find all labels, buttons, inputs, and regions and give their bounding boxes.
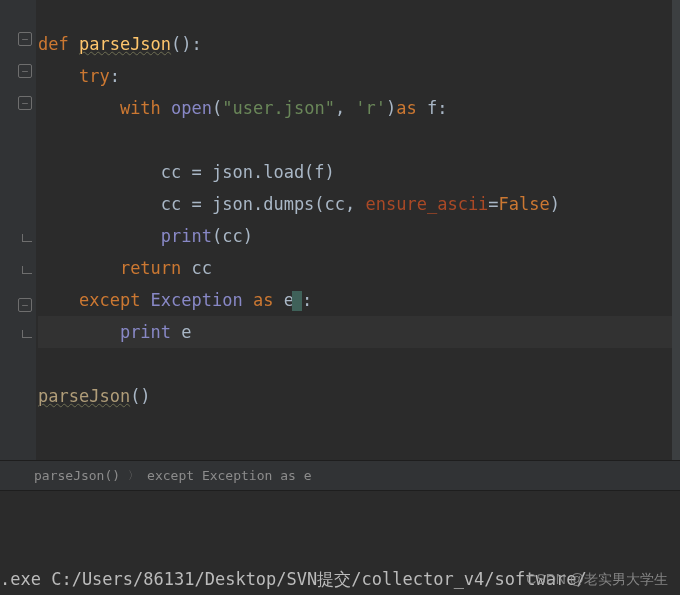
- code-line[interactable]: print(cc): [38, 220, 680, 252]
- keyword-try: try: [79, 66, 110, 86]
- code-line[interactable]: parseJson(): [38, 380, 680, 412]
- fold-end-icon: [22, 330, 32, 338]
- code-line[interactable]: [38, 124, 680, 156]
- keyword-with: with: [120, 98, 171, 118]
- fold-icon[interactable]: [18, 96, 32, 110]
- code-text: :: [110, 66, 120, 86]
- builtin-open: open: [171, 98, 212, 118]
- code-area[interactable]: def parseJson(): try: with open("user.js…: [36, 0, 680, 460]
- code-line[interactable]: def parseJson():: [38, 28, 680, 60]
- string-literal: 'r': [355, 98, 386, 118]
- code-text: (cc): [212, 226, 253, 246]
- code-text: :: [302, 290, 312, 310]
- code-editor[interactable]: def parseJson(): try: with open("user.js…: [0, 0, 680, 460]
- exception-class: Exception: [151, 290, 253, 310]
- code-text: ():: [171, 34, 202, 54]
- builtin-print: print: [120, 322, 181, 342]
- gutter: [0, 0, 36, 460]
- chevron-right-icon: 〉: [128, 468, 139, 483]
- code-line[interactable]: print e: [38, 316, 680, 348]
- code-text: cc = json.dumps(cc,: [161, 194, 366, 214]
- code-line[interactable]: cc = json.dumps(cc, ensure_ascii=False): [38, 188, 680, 220]
- breadcrumb[interactable]: parseJson() 〉 except Exception as e: [0, 460, 680, 490]
- function-name: parseJson: [79, 34, 171, 54]
- code-line[interactable]: with open("user.json", 'r')as f:: [38, 92, 680, 124]
- code-line[interactable]: [38, 348, 680, 380]
- fold-icon[interactable]: [18, 298, 32, 312]
- kwarg: ensure_ascii: [366, 194, 489, 214]
- breadcrumb-item[interactable]: parseJson(): [34, 468, 120, 483]
- code-text: =: [488, 194, 498, 214]
- scrollbar[interactable]: [672, 0, 680, 460]
- code-text: ): [550, 194, 560, 214]
- keyword-return: return: [120, 258, 192, 278]
- watermark: CSDN @老实男大学生: [526, 571, 668, 589]
- identifier: cc: [192, 258, 212, 278]
- fold-icon[interactable]: [18, 64, 32, 78]
- fold-end-icon: [22, 266, 32, 274]
- bool-literal: False: [499, 194, 550, 214]
- code-line[interactable]: except Exception as e:: [38, 284, 680, 316]
- code-text: ): [386, 98, 396, 118]
- keyword-as: as: [253, 290, 284, 310]
- code-text: ,: [335, 98, 355, 118]
- caret: [292, 291, 302, 311]
- code-text: cc = json.load(f): [161, 162, 335, 182]
- code-text: (: [212, 98, 222, 118]
- function-call: parseJson: [38, 386, 130, 406]
- string-literal: "user.json": [222, 98, 335, 118]
- code-line[interactable]: return cc: [38, 252, 680, 284]
- code-text: (): [130, 386, 150, 406]
- keyword-except: except: [79, 290, 151, 310]
- code-line[interactable]: cc = json.load(f): [38, 156, 680, 188]
- code-line[interactable]: try:: [38, 60, 680, 92]
- breadcrumb-item[interactable]: except Exception as e: [147, 468, 311, 483]
- keyword-def: def: [38, 34, 79, 54]
- identifier: f:: [427, 98, 447, 118]
- keyword-as: as: [396, 98, 427, 118]
- builtin-print: print: [161, 226, 212, 246]
- fold-end-icon: [22, 234, 32, 242]
- fold-icon[interactable]: [18, 32, 32, 46]
- identifier: e: [181, 322, 191, 342]
